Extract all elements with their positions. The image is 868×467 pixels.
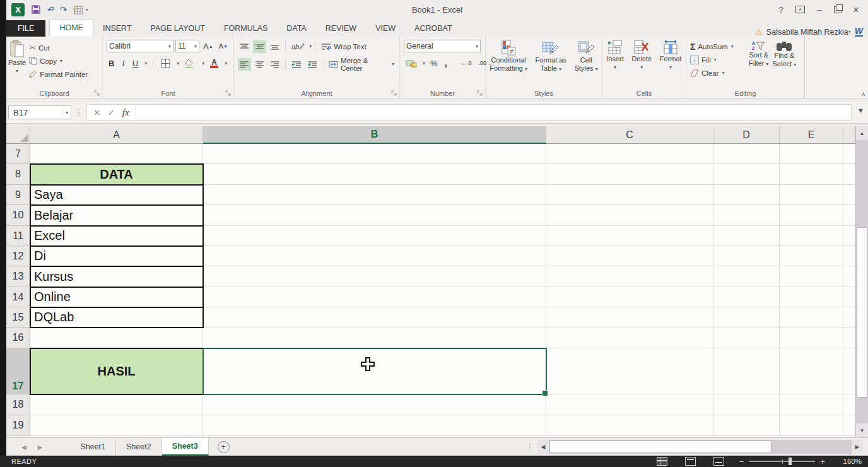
wrap-text-button[interactable]: Wrap Text — [320, 40, 367, 53]
normal-view-icon[interactable] — [657, 457, 667, 466]
cell-F17[interactable] — [843, 348, 855, 394]
cell-A18[interactable] — [30, 394, 203, 415]
close-icon[interactable]: ✕ — [850, 5, 862, 15]
column-header-C[interactable]: C — [546, 126, 713, 144]
align-top-button[interactable] — [238, 40, 251, 53]
font-size-select[interactable]: 11▾ — [175, 40, 199, 52]
select-all-button[interactable] — [6, 126, 30, 144]
insert-cells-button[interactable]: Insert▾ — [604, 38, 626, 88]
cell-C16[interactable] — [546, 328, 713, 348]
zoom-in-icon[interactable]: + — [820, 457, 825, 466]
row-header-11[interactable]: 11 — [6, 226, 30, 246]
cell-A14[interactable]: Online — [30, 287, 203, 307]
cell-E19[interactable] — [780, 415, 843, 436]
cut-button[interactable]: ✂Cut — [28, 41, 89, 54]
cell-B18[interactable] — [203, 394, 546, 415]
redo-button[interactable]: ↷▾ — [60, 4, 66, 15]
cell-A9[interactable]: Saya — [30, 185, 203, 205]
cell-C10[interactable] — [546, 205, 713, 226]
cell-D12[interactable] — [713, 246, 780, 266]
cell-D19[interactable] — [713, 415, 780, 436]
cell-F18[interactable] — [843, 394, 855, 415]
cell-E14[interactable] — [780, 287, 843, 307]
merge-center-button[interactable]: Merge & Center▾ — [327, 57, 396, 71]
cell-F19[interactable] — [843, 415, 855, 436]
cell-E9[interactable] — [780, 185, 843, 205]
tab-scrollbar-divider-icon[interactable]: ⋮ — [526, 442, 537, 451]
cell-E10[interactable] — [780, 205, 843, 226]
cell-A10[interactable]: Belajar — [30, 205, 203, 226]
row-header-17[interactable]: 17 — [6, 348, 30, 394]
sheet-tab-sheet3[interactable]: Sheet3 — [162, 438, 209, 456]
grow-font-button[interactable]: A▲ — [201, 40, 215, 52]
percent-style-button[interactable]: % — [428, 57, 440, 69]
increase-indent-button[interactable] — [305, 58, 319, 71]
accounting-format-button[interactable] — [404, 57, 419, 69]
enter-icon[interactable]: ✓ — [108, 108, 115, 117]
user-dropdown-icon[interactable]: ▾ — [848, 29, 851, 35]
decrease-indent-button[interactable] — [290, 58, 303, 71]
row-header-7[interactable]: 7 — [6, 144, 30, 164]
fill-color-button[interactable] — [183, 57, 197, 69]
tab-file[interactable]: FILE — [6, 20, 45, 37]
cell-A8[interactable]: DATA — [30, 164, 203, 185]
cell-B12[interactable] — [203, 246, 546, 266]
tab-view[interactable]: VIEW — [366, 21, 405, 37]
borders-button[interactable] — [159, 57, 172, 69]
tab-data[interactable]: DATA — [277, 21, 315, 37]
zoom-slider[interactable] — [749, 461, 815, 462]
cell-C14[interactable] — [546, 287, 713, 307]
align-left-button[interactable] — [238, 58, 251, 71]
horizontal-scrollbar[interactable]: ◀ ▶ — [537, 440, 863, 454]
column-header-A[interactable]: A — [30, 126, 203, 144]
quick-analysis-icon[interactable] — [73, 5, 83, 15]
cell-E13[interactable] — [780, 266, 843, 287]
vertical-scrollbar[interactable]: ▲ ▼ — [855, 126, 868, 437]
save-icon[interactable] — [31, 4, 41, 15]
cell-F8[interactable] — [843, 164, 855, 185]
cell-F11[interactable] — [843, 226, 855, 246]
align-right-button[interactable] — [268, 58, 281, 71]
paste-button[interactable]: Paste▾ — [6, 38, 28, 88]
cell-B13[interactable] — [203, 266, 546, 287]
scroll-down-icon[interactable]: ▼ — [856, 423, 868, 437]
align-middle-button[interactable] — [253, 40, 266, 53]
cell-A15[interactable]: DQLab — [30, 307, 203, 328]
collapse-ribbon-icon[interactable]: ∧ — [861, 91, 865, 97]
cell-B8[interactable] — [203, 164, 546, 185]
cell-E17[interactable] — [780, 348, 843, 394]
cell-F12[interactable] — [843, 246, 855, 266]
expand-formula-bar-icon[interactable]: ▼ — [857, 107, 864, 114]
cell-B15[interactable] — [203, 307, 546, 328]
increase-decimal-button[interactable]: ←.0 — [459, 57, 474, 69]
prev-sheet-icon[interactable]: ◀ — [21, 444, 26, 451]
zoom-out-icon[interactable]: − — [739, 457, 744, 466]
row-header-14[interactable]: 14 — [6, 287, 30, 307]
format-as-table-button[interactable]: Format asTable ▾ — [534, 38, 569, 88]
cell-F15[interactable] — [843, 307, 855, 328]
clipboard-dialog-launcher-icon[interactable] — [94, 90, 100, 97]
page-break-view-icon[interactable] — [713, 457, 724, 466]
alignment-dialog-launcher-icon[interactable] — [391, 90, 397, 97]
undo-button[interactable]: ↶▾ — [47, 4, 54, 15]
zoom-slider-thumb[interactable] — [789, 458, 792, 465]
cell-D15[interactable] — [713, 307, 780, 328]
cell-D9[interactable] — [713, 185, 780, 205]
cell-A13[interactable]: Kursus — [30, 266, 203, 287]
cell-D17[interactable] — [713, 348, 780, 394]
cell-C12[interactable] — [546, 246, 713, 266]
signature-w-icon[interactable]: W — [855, 27, 863, 37]
cell-B10[interactable] — [203, 205, 546, 226]
cell-C17[interactable] — [546, 348, 713, 394]
column-header-D[interactable]: D — [713, 126, 780, 144]
orientation-button[interactable]: ab — [290, 40, 307, 53]
tab-review[interactable]: REVIEW — [316, 21, 366, 37]
sort-filter-button[interactable]: AZ Sort &Filter ▾ — [747, 40, 771, 86]
shrink-font-button[interactable]: A▼ — [217, 40, 230, 52]
row-header-10[interactable]: 10 — [6, 205, 30, 226]
underline-button[interactable]: U — [131, 57, 140, 69]
row-header-16[interactable]: 16 — [6, 328, 30, 348]
cell-E8[interactable] — [780, 164, 843, 185]
row-header-12[interactable]: 12 — [6, 246, 30, 266]
cell-D10[interactable] — [713, 205, 780, 226]
